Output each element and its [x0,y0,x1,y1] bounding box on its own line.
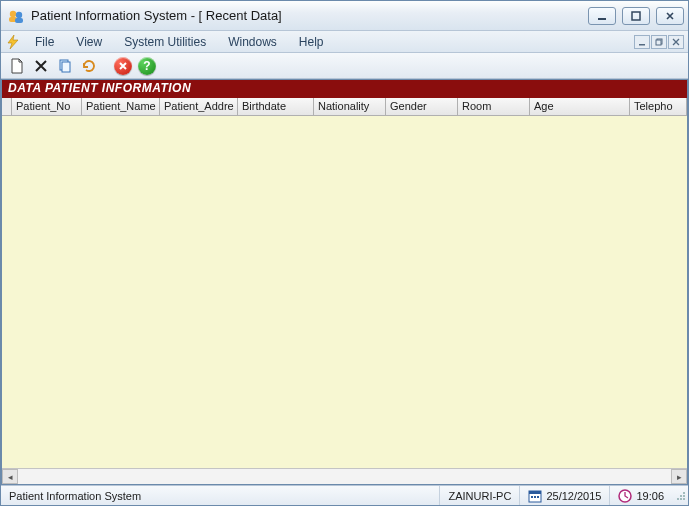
window-controls [588,7,684,25]
svg-rect-14 [534,496,536,498]
minimize-button[interactable] [588,7,616,25]
horizontal-scrollbar[interactable]: ◂ ▸ [2,468,687,484]
svg-rect-4 [598,18,606,20]
clock-icon [618,489,632,503]
svg-rect-12 [529,491,541,494]
menu-windows[interactable]: Windows [218,33,287,51]
close-button[interactable] [656,7,684,25]
col-gender[interactable]: Gender [386,98,458,115]
calendar-icon [528,489,542,503]
help-icon: ? [138,57,156,75]
status-time: 19:06 [610,486,672,505]
new-document-button[interactable] [7,56,27,76]
svg-point-18 [680,498,682,500]
help-button[interactable]: ? [137,56,157,76]
scroll-track[interactable] [18,469,671,484]
grid-body[interactable] [2,116,687,468]
menu-system-utilities[interactable]: System Utilities [114,33,216,51]
mdi-restore-button[interactable] [651,35,667,49]
svg-rect-5 [632,12,640,20]
status-bar: Patient Information System ZAINURI-PC 25… [1,485,688,505]
menu-file[interactable]: File [25,33,64,51]
col-patient-no[interactable]: Patient_No [12,98,82,115]
col-telepho[interactable]: Telepho [630,98,687,115]
svg-point-0 [10,10,16,16]
title-bar: Patient Information System - [ Recent Da… [1,1,688,31]
app-icon [7,7,25,25]
col-nationality[interactable]: Nationality [314,98,386,115]
svg-rect-10 [62,62,70,72]
svg-rect-15 [537,496,539,498]
row-marker-header [2,98,12,115]
refresh-button[interactable] [79,56,99,76]
col-room[interactable]: Room [458,98,530,115]
mdi-minimize-button[interactable] [634,35,650,49]
status-date: 25/12/2015 [520,486,610,505]
status-time-text: 19:06 [636,490,664,502]
svg-rect-6 [639,44,645,46]
cancel-button[interactable] [113,56,133,76]
resize-grip[interactable] [672,489,688,503]
svg-point-17 [683,498,685,500]
mdi-close-button[interactable] [668,35,684,49]
delete-button[interactable] [31,56,51,76]
mdi-controls [634,35,684,49]
svg-rect-8 [656,40,661,45]
svg-rect-3 [15,18,23,23]
status-date-text: 25/12/2015 [546,490,601,502]
toolbar: ? [1,53,688,79]
status-app-name: Patient Information System [1,486,440,505]
svg-point-22 [683,492,685,494]
col-birthdate[interactable]: Birthdate [238,98,314,115]
bolt-icon [5,34,21,50]
close-icon [114,57,132,75]
scroll-right-button[interactable]: ▸ [671,469,687,484]
scroll-left-button[interactable]: ◂ [2,469,18,484]
menu-help[interactable]: Help [289,33,334,51]
svg-point-19 [677,498,679,500]
svg-point-21 [680,495,682,497]
svg-point-20 [683,495,685,497]
copy-button[interactable] [55,56,75,76]
col-patient-name[interactable]: Patient_Name [82,98,160,115]
svg-point-1 [16,11,22,17]
svg-rect-13 [531,496,533,498]
col-patient-addre[interactable]: Patient_Addre [160,98,238,115]
maximize-button[interactable] [622,7,650,25]
section-banner: DATA PATIENT INFORMATION [2,80,687,98]
menu-bar: File View System Utilities Windows Help [1,31,688,53]
window-title: Patient Information System - [ Recent Da… [31,8,588,23]
content-area: DATA PATIENT INFORMATION Patient_No Pati… [1,79,688,485]
col-age[interactable]: Age [530,98,630,115]
menu-view[interactable]: View [66,33,112,51]
status-host: ZAINURI-PC [440,486,520,505]
grid-header: Patient_No Patient_Name Patient_Addre Bi… [2,98,687,116]
